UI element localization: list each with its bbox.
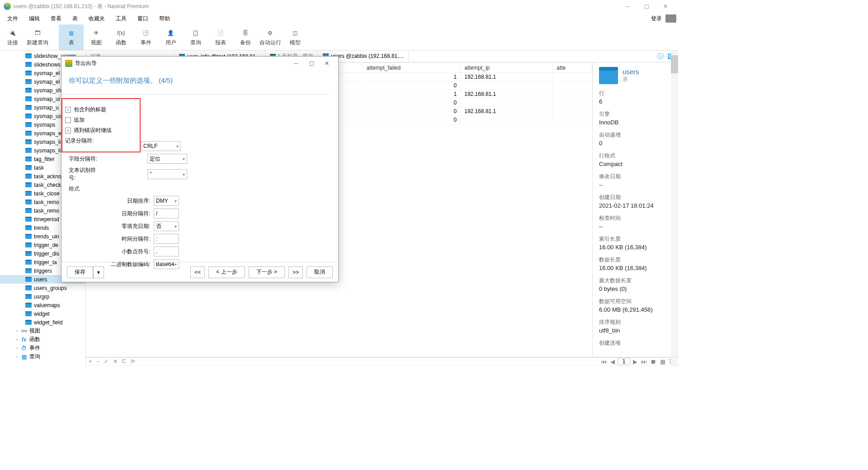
time-separator-input[interactable] <box>154 234 179 244</box>
inspector-subtitle: 表 <box>623 76 639 83</box>
function-icon: fx <box>21 337 27 343</box>
scrollbar-horizontal[interactable] <box>86 357 678 357</box>
nav-stop[interactable]: ⏹ <box>650 358 657 365</box>
query-icon: 📋 <box>191 28 201 38</box>
save-dropdown[interactable]: ▾ <box>93 266 104 278</box>
menu-table[interactable]: 表 <box>67 13 83 24</box>
menu-edit[interactable]: 编辑 <box>24 13 45 24</box>
inspector-autoinc: 自动递增0 <box>599 131 672 147</box>
info-icon[interactable]: ⓘ <box>657 52 664 61</box>
maximize-button[interactable]: ▢ <box>637 1 656 12</box>
next-button[interactable]: 下一步 > <box>249 266 285 278</box>
tool-event[interactable]: 🕒事件 <box>133 24 158 50</box>
view-grid-icon[interactable]: ▦ <box>659 358 666 365</box>
nav-next[interactable]: ▶ <box>632 358 638 365</box>
close-button[interactable]: ✕ <box>656 1 675 12</box>
menu-view[interactable]: 查看 <box>45 13 67 24</box>
tool-function[interactable]: f(x)函数 <box>108 24 133 50</box>
tool-autorun[interactable]: ⚙自动运行 <box>258 24 283 50</box>
col-atte[interactable]: atte <box>553 63 592 73</box>
table-icon <box>25 217 32 222</box>
table-icon <box>25 148 32 153</box>
tool-query[interactable]: 📋查询 <box>183 24 208 50</box>
table-icon: ▦ <box>66 28 76 38</box>
nav-prev[interactable]: ◀ <box>609 358 616 365</box>
inspector-maxlen: 最大数据长度0 bytes (0) <box>599 277 672 292</box>
tree-table-users_groups[interactable]: users_groups <box>0 284 85 292</box>
table-icon <box>25 208 32 213</box>
add-row-button[interactable]: + <box>89 358 92 365</box>
zero-fill-select[interactable]: 否▾ <box>154 221 179 231</box>
tree-group-event[interactable]: ›⏱事件 <box>0 344 85 352</box>
tool-user[interactable]: 👤用户 <box>158 24 183 50</box>
tree-table-widget_field[interactable]: widget_field <box>0 318 85 327</box>
view-icon: 👓 <box>21 328 27 334</box>
dialog-minimize[interactable]: ─ <box>288 60 304 66</box>
table-icon <box>25 79 32 84</box>
delete-row-button[interactable]: − <box>96 358 99 365</box>
tree-group-function[interactable]: ›fx函数 <box>0 335 85 344</box>
tree-table-valuemaps[interactable]: valuemaps <box>0 301 85 309</box>
tool-newquery[interactable]: 🗔新建查询 <box>25 24 50 50</box>
table-icon <box>25 320 32 325</box>
table-icon <box>25 157 32 161</box>
plug-icon: 🔌 <box>8 28 18 38</box>
menu-help[interactable]: 帮助 <box>154 13 175 24</box>
table-icon <box>25 191 32 196</box>
login-link[interactable]: 登录 <box>647 13 665 24</box>
date-separator-input[interactable] <box>154 209 179 218</box>
menu-file[interactable]: 文件 <box>2 13 24 24</box>
minimize-button[interactable]: ─ <box>618 1 637 12</box>
table-icon <box>25 114 32 119</box>
tree-table-usrgrp[interactable]: usrgrp <box>0 292 85 301</box>
newquery-icon: 🗔 <box>33 28 42 38</box>
table-icon <box>25 225 32 230</box>
c-button[interactable]: C <box>122 358 126 365</box>
dialog-maximize[interactable]: ▢ <box>304 60 319 66</box>
dialog-close[interactable]: ✕ <box>319 60 335 66</box>
view-icon: 👁 <box>91 28 101 38</box>
tool-connect[interactable]: 🔌连接 <box>0 24 25 50</box>
last-button[interactable]: >> <box>288 266 303 278</box>
tool-view[interactable]: 👁视图 <box>84 24 108 50</box>
tool-backup[interactable]: 🗄备份 <box>233 24 258 50</box>
tool-model[interactable]: ◫模型 <box>283 24 307 50</box>
dialog-title: 导出向导 <box>75 60 288 67</box>
prev-button[interactable]: < 上一步 <box>208 266 245 278</box>
table-icon <box>25 96 32 101</box>
cancel-edit-button[interactable]: ✕ <box>113 358 118 365</box>
save-button[interactable]: 保存 <box>67 266 93 278</box>
cancel-button[interactable]: 取消 <box>307 266 333 278</box>
table-icon <box>25 139 32 144</box>
menu-tools[interactable]: 工具 <box>110 13 132 24</box>
table-icon <box>25 234 32 239</box>
inspector-rows: 行6 <box>599 90 672 105</box>
apply-button[interactable]: ✓ <box>104 358 108 365</box>
avatar-icon[interactable] <box>665 14 676 23</box>
field-separator-select[interactable]: 定位▾ <box>147 154 187 164</box>
scrollbar-vertical[interactable] <box>671 62 678 357</box>
window-title: users @zabbix (192.168.81.210) - 表 - Nav… <box>14 3 618 10</box>
text-qualifier-select[interactable]: "▾ <box>147 169 187 179</box>
menu-favorites[interactable]: 收藏夹 <box>83 13 110 24</box>
tree-group-view[interactable]: ›👓视图 <box>0 327 85 335</box>
tree-table-widget[interactable]: widget <box>0 309 85 318</box>
nav-last[interactable]: ⏭ <box>640 358 648 365</box>
tool-report[interactable]: 📄报表 <box>208 24 233 50</box>
tool-table[interactable]: ▦表 <box>59 24 84 50</box>
nav-first[interactable]: ⏮ <box>600 358 608 365</box>
first-button[interactable]: << <box>190 266 205 278</box>
menu-window[interactable]: 窗口 <box>132 13 154 24</box>
refresh-button[interactable]: ⟳ <box>131 358 135 365</box>
table-icon <box>25 122 32 127</box>
inspector-title: users <box>623 68 639 76</box>
record-separator-select[interactable]: CRLF▾ <box>141 141 181 151</box>
inspector-engine: 引擎InnoDB <box>599 110 672 126</box>
page-input[interactable] <box>618 358 630 365</box>
autorun-icon: ⚙ <box>265 28 275 38</box>
tree-group-query[interactable]: ›▤查询 <box>0 352 85 361</box>
decimal-symbol-input[interactable] <box>154 247 179 256</box>
col-attempt_ip[interactable]: attempt_ip <box>461 63 553 73</box>
col-attempt_failed[interactable]: attempt_failed <box>363 63 460 73</box>
date-order-select[interactable]: DMY▾ <box>154 196 179 206</box>
